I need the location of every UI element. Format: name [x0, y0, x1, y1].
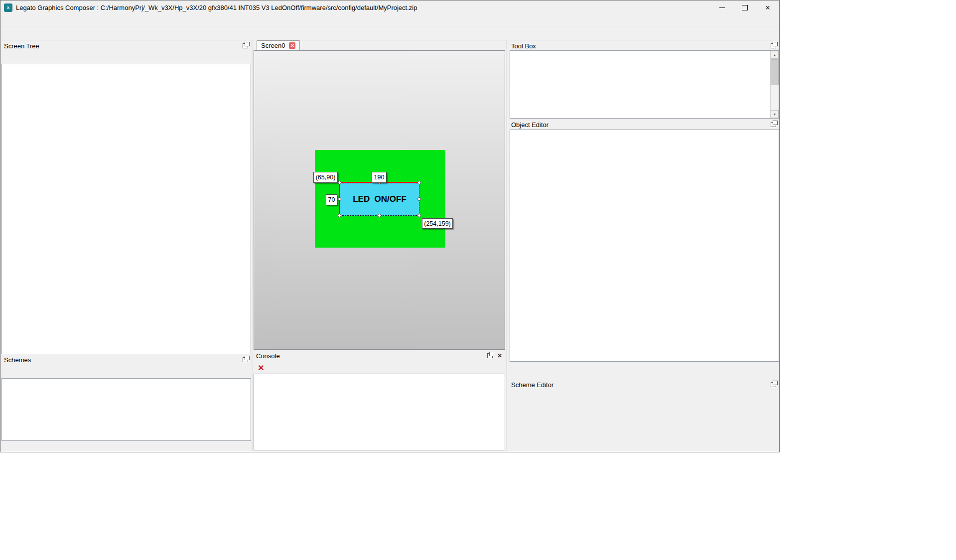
scheme-editor-title: Scheme Editor — [511, 381, 553, 389]
scheme-editor-panel-title: Scheme Editor — [509, 380, 779, 389]
menu-bar — [0, 14, 779, 26]
float-panel-icon[interactable] — [771, 382, 776, 387]
selection-handle[interactable] — [417, 214, 421, 217]
width-annotation: 190 — [372, 172, 387, 183]
minimize-button[interactable] — [710, 0, 733, 14]
app-window: X Legato Graphics Composer : C:/HarmonyP… — [0, 0, 780, 452]
toolbox-title: Tool Box — [511, 42, 536, 50]
float-panel-icon[interactable] — [243, 357, 248, 362]
float-panel-icon[interactable] — [771, 43, 776, 48]
selection-handle[interactable] — [417, 197, 421, 201]
schemes-list — [1, 378, 251, 441]
console-panel-title: Console ✕ — [254, 351, 505, 360]
tab-label: Screen0 — [261, 42, 285, 49]
design-canvas[interactable]: LED ON/OFF (65,90) 190 70 (254,159) — [254, 50, 505, 350]
position-annotation: (65,90) — [313, 172, 338, 183]
schemes-title: Schemes — [4, 356, 31, 364]
title-bar: X Legato Graphics Composer : C:/HarmonyP… — [0, 0, 779, 14]
float-panel-icon[interactable] — [771, 122, 776, 127]
maximize-button[interactable] — [733, 0, 756, 14]
object-editor-title: Object Editor — [511, 121, 548, 129]
float-panel-icon[interactable] — [487, 353, 493, 358]
selection-handle[interactable] — [378, 214, 381, 217]
toolbox-panel-title: Tool Box — [509, 41, 779, 50]
object-editor — [510, 130, 779, 362]
toolbox-scrollbar[interactable]: ▲ ▼ — [770, 51, 779, 118]
bottom-right-annotation: (254,159) — [422, 218, 453, 229]
minimize-icon — [719, 7, 725, 8]
close-tab-icon[interactable]: ✕ — [289, 42, 295, 49]
dock-splitter[interactable] — [252, 40, 253, 451]
schemes-panel-title: Schemes — [1, 355, 251, 364]
tab-screen0[interactable]: Screen0 ✕ — [257, 40, 300, 50]
screen-tree-title: Screen Tree — [4, 42, 39, 50]
selection-handle[interactable] — [338, 214, 341, 217]
console-title: Console — [256, 352, 280, 360]
selection-handle[interactable] — [338, 197, 341, 201]
main-toolbar — [0, 27, 779, 40]
screen-tree — [1, 64, 251, 354]
scheme-editor — [510, 390, 779, 444]
close-panel-icon[interactable]: ✕ — [497, 352, 502, 359]
close-button[interactable]: ✕ — [756, 0, 779, 14]
mplab-logo-icon: X — [4, 3, 12, 12]
selection-handle[interactable] — [338, 181, 341, 184]
scroll-thumb[interactable] — [771, 59, 779, 85]
object-editor-panel-title: Object Editor — [509, 120, 779, 129]
led-button-widget[interactable]: LED ON/OFF — [340, 183, 419, 216]
console-log — [254, 374, 505, 450]
screen-tree-panel-title: Screen Tree — [1, 41, 251, 50]
maximize-icon — [742, 5, 748, 10]
clear-console-icon[interactable]: ✕ — [256, 364, 266, 373]
scroll-up-icon[interactable]: ▲ — [771, 51, 779, 59]
scroll-down-icon[interactable]: ▼ — [771, 110, 779, 118]
selection-handle[interactable] — [417, 181, 421, 184]
dock-splitter[interactable] — [506, 40, 507, 451]
toolbox: ▲ ▼ — [510, 50, 779, 119]
float-panel-icon[interactable] — [243, 43, 248, 48]
height-annotation: 70 — [326, 194, 337, 205]
window-title: Legato Graphics Composer : C:/HarmonyPrj… — [16, 4, 417, 11]
caption-buttons: ✕ — [710, 0, 779, 14]
